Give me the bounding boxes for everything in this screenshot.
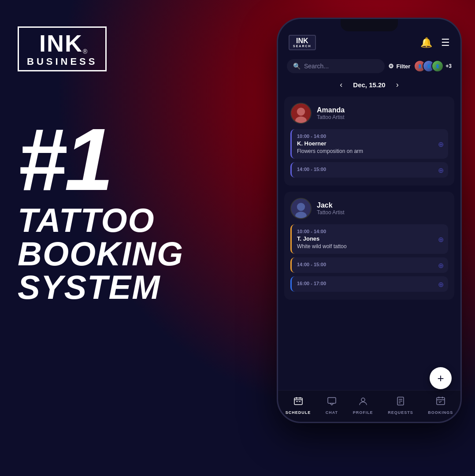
artist-role-amanda: Tattoo Artist	[317, 114, 345, 120]
schedule-icon	[293, 396, 303, 409]
search-icon: 🔍	[293, 63, 301, 70]
slot-jack-1[interactable]: 10:00 - 14:00 T. Jones White wild wolf t…	[290, 224, 448, 254]
tagline-line-1: TATTOO	[18, 204, 212, 237]
slot-icon-amanda-1: ⊕	[438, 140, 444, 148]
slot-time-amanda-1: 10:00 - 14:00	[297, 134, 443, 139]
bookings-label: BOOKINGS	[428, 410, 453, 415]
date-nav: ‹ Dec, 15.20 ›	[278, 78, 460, 94]
nav-item-schedule[interactable]: SCHEDULE	[286, 396, 311, 415]
artist-info-amanda: Amanda Tattoo Artist	[317, 106, 345, 120]
svg-rect-18	[437, 398, 445, 405]
tagline-line-2: BOOKING	[18, 237, 212, 271]
nav-item-chat[interactable]: CHAT	[326, 396, 338, 415]
artist-name-amanda: Amanda	[317, 106, 345, 114]
app-header-icons: 🔔 ☰	[420, 37, 450, 48]
tagline: TATTOO BOOKING SYSTEM	[18, 204, 212, 304]
avatar-amanda	[290, 103, 312, 124]
phone-notch	[341, 19, 398, 31]
requests-label: REQUESTS	[388, 410, 413, 415]
nav-item-profile[interactable]: PROFILE	[353, 396, 373, 415]
slot-client-jack-1: T. Jones	[297, 235, 443, 242]
fab-add-button[interactable]: +	[430, 367, 452, 389]
filter-icon: ⚙	[388, 63, 394, 70]
svg-rect-6	[294, 398, 302, 405]
nav-item-bookings[interactable]: BOOKINGS	[428, 396, 453, 415]
profile-label: PROFILE	[353, 410, 373, 415]
artist-header-jack: Jack Tattoo Artist	[290, 198, 448, 219]
date-label: Dec, 15.20	[353, 81, 385, 89]
filter-button[interactable]: ⚙ Filter	[388, 63, 411, 70]
slot-icon-jack-1: ⊕	[438, 235, 444, 243]
slot-desc-jack-1: White wild wolf tattoo	[297, 243, 443, 249]
slot-icon-jack-2: ⊕	[438, 261, 444, 269]
artist-header-amanda: Amanda Tattoo Artist	[290, 103, 448, 124]
requests-icon	[396, 396, 405, 409]
headline-number: #1	[18, 120, 212, 199]
svg-point-1	[297, 108, 305, 115]
artist-role-jack: Tattoo Artist	[317, 209, 345, 216]
prev-date-button[interactable]: ‹	[340, 80, 342, 89]
slot-desc-amanda-1: Flowers composition on arm	[297, 148, 443, 154]
next-date-button[interactable]: ›	[396, 80, 399, 89]
ink-logo-registered: ®	[83, 48, 87, 55]
bookings-icon	[436, 396, 445, 409]
phone-body: INK SEARCH 🔔 ☰ 🔍 Search... ⚙ Filter	[277, 18, 462, 423]
menu-icon[interactable]: ☰	[441, 37, 450, 48]
avatar-3: 👤	[431, 60, 444, 72]
search-placeholder: Search...	[304, 63, 329, 70]
svg-point-13	[361, 398, 365, 402]
artist-card-amanda: Amanda Tattoo Artist 10:00 - 14:00 K. Ho…	[284, 97, 454, 186]
bottom-nav: SCHEDULE CHAT	[278, 390, 460, 422]
left-panel: INK ® BUSINESS #1 TATTOO BOOKING SYSTEM	[18, 26, 212, 304]
svg-point-4	[297, 203, 305, 211]
nav-item-requests[interactable]: REQUESTS	[388, 396, 413, 415]
slot-time-amanda-2: 14:00 - 15:00	[297, 167, 443, 172]
slot-time-jack-1: 10:00 - 14:00	[297, 229, 443, 234]
avatar-jack	[290, 198, 312, 219]
filter-label: Filter	[397, 63, 411, 70]
app-logo-text: INK	[296, 37, 308, 45]
slot-time-jack-3: 16:00 - 17:00	[297, 281, 443, 286]
slot-amanda-1[interactable]: 10:00 - 14:00 K. Hoerner Flowers composi…	[290, 129, 448, 159]
tagline-line-3: SYSTEM	[18, 271, 212, 304]
slot-amanda-2[interactable]: 14:00 - 15:00 ⊕	[290, 162, 448, 178]
bell-icon[interactable]: 🔔	[420, 37, 432, 48]
artist-info-jack: Jack Tattoo Artist	[317, 201, 345, 216]
artist-card-jack: Jack Tattoo Artist 10:00 - 14:00 T. Jone…	[284, 192, 454, 300]
phone-mockup: INK SEARCH 🔔 ☰ 🔍 Search... ⚙ Filter	[277, 18, 462, 441]
ink-business-logo: INK ® BUSINESS	[18, 26, 107, 71]
slot-client-amanda-1: K. Hoerner	[297, 140, 443, 147]
slot-jack-2[interactable]: 14:00 - 15:00 ⊕	[290, 257, 448, 273]
app-logo-sub: SEARCH	[293, 45, 312, 48]
artist-name-jack: Jack	[317, 201, 345, 209]
svg-rect-12	[328, 398, 336, 403]
chat-icon	[327, 396, 337, 409]
app-logo: INK SEARCH	[289, 35, 316, 50]
slot-icon-amanda-2: ⊕	[438, 166, 444, 174]
profile-icon	[358, 396, 368, 409]
slot-jack-3[interactable]: 16:00 - 17:00 ⊕	[290, 276, 448, 292]
ink-logo-text: INK	[39, 31, 83, 55]
search-bar: 🔍 Search... ⚙ Filter 👤 👤 👤 +3	[278, 56, 460, 78]
avatars-group: 👤 👤 👤 +3	[414, 60, 452, 72]
slot-time-jack-2: 14:00 - 15:00	[297, 262, 443, 267]
ink-logo-business: BUSINESS	[27, 56, 97, 67]
plus-count: +3	[445, 63, 452, 69]
schedule-label: SCHEDULE	[286, 410, 311, 415]
chat-label: CHAT	[326, 410, 338, 415]
search-input-area[interactable]: 🔍 Search...	[287, 59, 385, 73]
phone-screen: INK SEARCH 🔔 ☰ 🔍 Search... ⚙ Filter	[278, 19, 460, 422]
slot-icon-jack-3: ⊕	[438, 280, 444, 288]
scroll-area[interactable]: Amanda Tattoo Artist 10:00 - 14:00 K. Ho…	[278, 94, 460, 390]
